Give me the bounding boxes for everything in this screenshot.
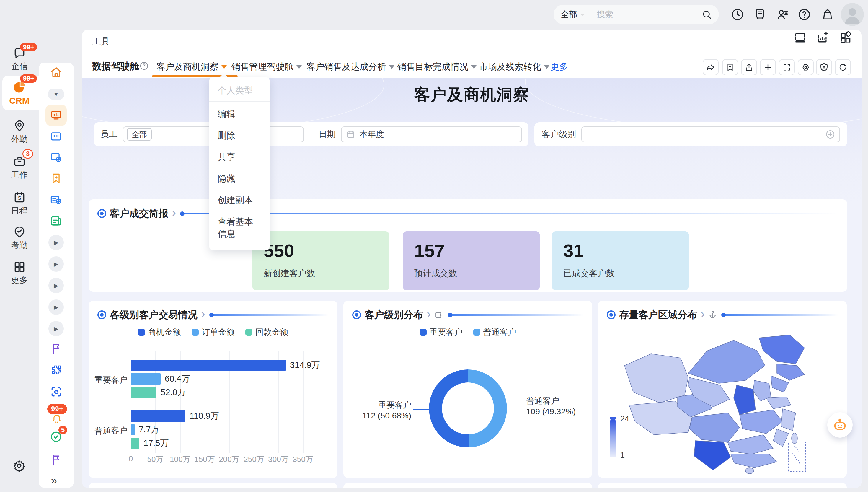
- flag-icon[interactable]: [50, 342, 62, 355]
- home-icon[interactable]: [50, 66, 62, 78]
- bookmark-add-icon[interactable]: [50, 172, 62, 185]
- legend-swatch: [419, 329, 427, 336]
- slice-name: 普通客户: [526, 396, 588, 407]
- menu-item-duplicate[interactable]: 创建副本: [209, 190, 270, 211]
- crm-dashboard-app: 全部 搜索 企信 99+ CRM 99+ 外勤 工作 3 5 日程: [0, 0, 868, 492]
- menu-item-edit[interactable]: 编辑: [209, 103, 270, 125]
- donut-callout-normal: 普通客户 109 (49.32%): [526, 396, 588, 417]
- level-chart-title: 客户级别分布: [365, 308, 423, 322]
- search-icon[interactable]: [702, 9, 712, 20]
- play-icon: ▶: [54, 282, 58, 289]
- level-legend: 重要客户 普通客户: [343, 327, 592, 338]
- rail-play-4[interactable]: ▶: [48, 299, 64, 315]
- news-icon[interactable]: [50, 214, 62, 227]
- sidebar-item-label: 外勤: [0, 133, 39, 145]
- sidebar-item-label: 工作: [0, 169, 39, 180]
- workbench-icon[interactable]: [50, 130, 62, 143]
- sidebar-item-gongzuo[interactable]: 工作 3: [0, 155, 39, 180]
- chevron-right-icon[interactable]: ›: [172, 208, 176, 217]
- bar-opportunity-important: [131, 360, 286, 371]
- level-filter-input[interactable]: [581, 126, 840, 142]
- flag-icon[interactable]: [50, 453, 62, 467]
- x-tick: 250万: [240, 454, 267, 465]
- stat-value: 31: [563, 240, 678, 261]
- legend-item[interactable]: 回款金额: [245, 327, 288, 338]
- sidebar-item-richeng[interactable]: 5 日程: [0, 191, 39, 217]
- sidebar-item-qixin[interactable]: 企信 99+: [0, 47, 39, 72]
- global-search[interactable]: 全部 搜索: [554, 5, 719, 24]
- divider: [209, 101, 270, 102]
- sidebar-item-crm[interactable]: CRM 99+: [0, 79, 39, 106]
- summary-card: 客户成交简报 › 550 新创建客户数 157 预计成交数 31 已成交客户数: [88, 199, 847, 292]
- card-camera-icon[interactable]: [50, 193, 62, 206]
- date-filter-input[interactable]: 本年度: [341, 126, 522, 142]
- sidebar-item-more[interactable]: 更多: [0, 261, 39, 286]
- chevron-right-icon[interactable]: ›: [201, 310, 205, 318]
- history-clock-icon[interactable]: [731, 8, 744, 21]
- page-title: 客户及商机洞察: [82, 84, 862, 106]
- rail-play-3[interactable]: ▶: [48, 278, 64, 293]
- menu-item-delete[interactable]: 删除: [209, 125, 270, 146]
- section-target-icon: [97, 311, 106, 319]
- donut-callout-important: 重要客户 112 (50.68%): [355, 400, 411, 421]
- legend-item[interactable]: 重要客户: [419, 327, 463, 338]
- stat-expected-deals: 157 预计成交数: [403, 231, 540, 290]
- rail-play-2[interactable]: ▶: [48, 256, 64, 272]
- section-target-icon: [607, 311, 616, 319]
- rail-collapse-chevron[interactable]: ▼: [48, 89, 65, 100]
- sidebar-item-kaoqin[interactable]: 考勤: [0, 226, 39, 251]
- contacts-icon[interactable]: [775, 8, 789, 21]
- main-panel: 工具 数据驾驶舱 客户及商机洞察 销售管理驾驶舱 客户销售及达成分析 销售目标完…: [82, 29, 862, 488]
- menu-item-hide[interactable]: 隐藏: [209, 168, 270, 190]
- user-avatar[interactable]: [841, 3, 864, 26]
- legend-label: 回款金额: [255, 327, 288, 338]
- monitor-view-icon[interactable]: [50, 151, 62, 164]
- drill-export-icon[interactable]: [434, 310, 444, 320]
- puzzle-icon[interactable]: [50, 364, 62, 377]
- bar-value-label: 314.9万: [290, 360, 320, 371]
- help-icon[interactable]: [797, 8, 811, 21]
- stat-new-customers: 550 新创建客户数: [252, 231, 389, 290]
- stat-label: 预计成交数: [414, 268, 529, 279]
- add-circle-icon[interactable]: [825, 129, 835, 140]
- calendar-icon: 5: [13, 191, 26, 204]
- legend-item[interactable]: 普通客户: [473, 327, 516, 338]
- menu-header: 个人类型: [209, 82, 270, 101]
- rail-expand-icon[interactable]: »: [51, 474, 57, 487]
- play-icon: ▶: [54, 239, 58, 246]
- rail-play-5[interactable]: ▶: [48, 321, 64, 336]
- employee-filter-value[interactable]: 全部: [127, 128, 152, 141]
- trade-legend: 商机金额 订单金额 回款金额: [88, 327, 337, 338]
- filter-panel-right: 客户级别: [534, 122, 847, 146]
- notification-bell-icon[interactable]: [51, 413, 62, 425]
- shopping-bag-icon[interactable]: [821, 8, 834, 21]
- chevron-right-icon[interactable]: ›: [700, 310, 705, 318]
- toolbar-title: 工具: [92, 35, 110, 48]
- search-input[interactable]: 搜索: [597, 9, 702, 20]
- search-scope-select[interactable]: 全部: [561, 9, 585, 20]
- menu-item-share[interactable]: 共享: [209, 146, 270, 168]
- rail-play-1[interactable]: ▶: [48, 235, 64, 250]
- dashboard-icon[interactable]: [50, 109, 62, 122]
- map-legend-min: 1: [620, 451, 625, 460]
- bar-opportunity-normal: [131, 411, 185, 422]
- legend-swatch: [473, 329, 480, 336]
- divider: [591, 10, 591, 19]
- play-icon: ▶: [54, 261, 58, 268]
- chevron-right-icon[interactable]: ›: [427, 310, 431, 318]
- assistant-robot-button[interactable]: [827, 412, 853, 438]
- checkin-device-icon[interactable]: [753, 8, 767, 21]
- sidebar-item-waiqin[interactable]: 外勤: [0, 119, 39, 145]
- bar-value-label: 60.4万: [165, 373, 190, 385]
- legend-item[interactable]: 订单金额: [192, 327, 235, 338]
- anchor-icon[interactable]: [708, 311, 717, 319]
- legend-label: 普通客户: [483, 327, 516, 338]
- tab-target-completion[interactable]: 销售目标完成情况: [398, 61, 477, 73]
- scan-search-icon[interactable]: [50, 386, 62, 398]
- bar-order-important: [131, 373, 161, 385]
- menu-item-view-info[interactable]: 查看基本信息: [209, 211, 270, 245]
- legend-item[interactable]: 商机金额: [138, 327, 181, 338]
- settings-gear-icon[interactable]: [13, 459, 26, 472]
- map-inset-south-china-sea: [788, 442, 806, 472]
- header-line-decoration: [210, 314, 329, 316]
